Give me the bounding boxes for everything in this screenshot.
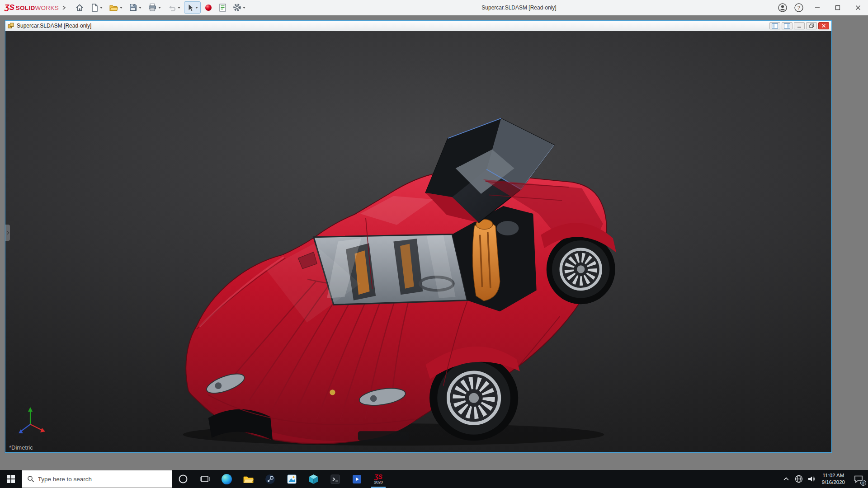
feature-tree-flyout-tab[interactable] [5,225,10,241]
solidworks-taskbar-button[interactable]: ƷS 2020 [368,470,389,488]
photos-icon [287,474,297,484]
close-button[interactable] [848,0,868,15]
dropdown-caret [178,7,180,9]
solidworks-glyph: ƷS [374,474,382,480]
document-window-controls [769,22,829,29]
volume-button[interactable] [805,470,818,488]
restore-icon [809,23,814,28]
window-title: Supercar.SLDASM [Read-only] [481,0,556,15]
save-icon [129,3,137,12]
open-folder-icon [109,4,118,12]
undo-icon [167,4,176,12]
photos-button[interactable] [281,470,302,488]
speaker-icon [807,475,816,483]
close-icon [821,23,826,28]
document-title: Supercar.SLDASM [Read-only] [17,23,91,29]
solidworks-logo: ƷS SOLID WORKS [5,3,59,12]
brand-solid-text: SOLID [16,5,35,11]
minimize-icon [815,5,820,10]
edge-button[interactable] [216,470,237,488]
taskbar-clock[interactable]: 11:02 AM 9/16/2020 [818,470,849,488]
orientation-triad[interactable] [15,405,47,438]
doc-close-button[interactable] [818,22,829,29]
svg-text:?: ? [797,5,800,10]
windows-taskbar: ƷS 2020 11:02 AM [0,470,868,488]
command-prompt-button[interactable] [324,470,346,488]
steam-icon [265,474,275,484]
network-button[interactable] [793,470,805,488]
save-button[interactable] [126,1,144,14]
file-properties-button[interactable] [216,1,229,14]
dropdown-caret [243,7,245,9]
search-input[interactable] [38,476,167,483]
chevron-right-icon [61,5,66,10]
account-button[interactable] [774,0,791,15]
graphics-viewport[interactable]: *Dimetric [5,31,831,452]
cortana-icon [178,474,188,484]
solidworks-2020-icon: ƷS 2020 [374,474,383,484]
new-document-button[interactable] [88,1,105,14]
solidworks-logo-icon: ƷS [5,3,14,12]
edit-appearance-button[interactable] [202,1,215,14]
print-button[interactable] [145,1,164,14]
solidworks-titlebar: ƷS SOLID WORKS [0,0,868,15]
tray-expand-button[interactable] [780,470,793,488]
assembly-icon [8,23,14,29]
steam-button[interactable] [259,470,281,488]
undo-button[interactable] [165,1,183,14]
maximize-button[interactable] [827,0,848,15]
clock-date: 9/16/2020 [822,479,845,486]
media-player-button[interactable] [346,470,368,488]
chevron-up-icon [783,477,789,481]
media-player-icon [352,474,362,484]
system-tray: 11:02 AM 9/16/2020 2 [780,470,868,488]
split-pane-right-icon [784,23,790,28]
search-icon [27,475,34,483]
taskbar-search[interactable] [22,470,172,488]
doc-restore-button[interactable] [806,22,817,29]
edrawings-cube-icon [308,474,319,484]
doc-minimize-button[interactable] [794,22,805,29]
clock-time: 11:02 AM [823,472,844,479]
app-window-controls: ? [774,0,868,15]
file-explorer-icon [243,475,254,483]
help-icon: ? [794,3,804,13]
home-icon [75,3,84,12]
supercar-model [5,31,831,452]
options-button[interactable] [230,1,248,14]
notification-badge: 2 [860,480,866,486]
close-icon [855,5,861,10]
document-titlebar[interactable]: Supercar.SLDASM [Read-only] [5,21,831,31]
dropdown-caret [195,7,198,9]
solidworks-year-badge: 2020 [374,480,383,484]
home-button[interactable] [72,1,87,14]
document-window: Supercar.SLDASM [Read-only] [5,20,832,453]
quick-access-toolbar [72,1,248,14]
dropdown-caret [120,7,123,9]
help-button[interactable]: ? [791,0,807,15]
globe-network-icon [795,475,803,483]
mdi-area: Supercar.SLDASM [Read-only] [0,15,868,470]
desktop: ƷS SOLID WORKS [0,0,868,488]
file-explorer-button[interactable] [237,470,259,488]
menu-expand-button[interactable] [61,5,66,10]
appearance-sphere-icon [204,4,212,12]
cortana-button[interactable] [172,470,194,488]
view-orientation-label: *Dimetric [9,444,33,451]
dropdown-caret [158,7,161,9]
start-button[interactable] [0,470,22,488]
action-center-button[interactable]: 2 [849,470,868,488]
pane-right-button[interactable] [782,22,793,29]
edge-icon [222,474,232,484]
pane-left-button[interactable] [769,22,780,29]
select-cursor-icon [187,3,194,12]
task-view-button[interactable] [194,470,216,488]
select-button[interactable] [184,1,201,14]
split-pane-left-icon [772,23,778,28]
file-properties-icon [219,3,226,12]
edrawings-button[interactable] [302,470,324,488]
dropdown-caret [100,7,103,9]
open-button[interactable] [106,1,125,14]
minimize-button[interactable] [807,0,827,15]
brand-works-text: WORKS [35,5,59,11]
